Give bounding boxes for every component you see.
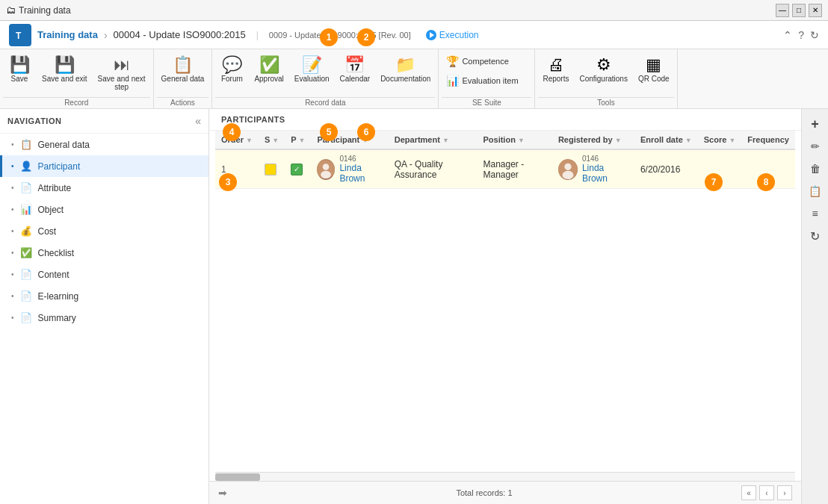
help-icon[interactable]: ? [798, 29, 804, 41]
documentation-button[interactable]: 📁 Documentation [376, 52, 435, 86]
minimize-button[interactable]: — [776, 4, 789, 17]
participant-item-label: Participant [38, 161, 81, 172]
pagination-controls: « ‹ › [741, 485, 792, 500]
footer-arrow-icon[interactable]: ➡ [218, 487, 227, 499]
calendar-label: Calendar [340, 75, 371, 83]
sort-icon: ▼ [615, 137, 622, 144]
col-registered-by[interactable]: Registered by ▼ [552, 131, 634, 149]
refresh-button[interactable]: ↻ [806, 227, 824, 245]
content-item-label: Content [38, 270, 69, 280]
save-next-button[interactable]: ⏭ Save and nextstep [93, 52, 150, 94]
sidebar-bullet: • [11, 249, 14, 257]
ribbon-group-record-data: 💬 Forum ✅ Approval 📝 Evaluation 📅 Calend… [212, 49, 439, 108]
execution-label: Execution [439, 30, 479, 40]
cell-p: ✓ [285, 149, 311, 189]
scrollbar-thumb[interactable] [215, 473, 260, 481]
ribbon: 💾 Save 💾 Save and exit ⏭ Save and nextst… [0, 49, 828, 109]
general-data-item-icon: 📋 [20, 139, 32, 150]
forum-button[interactable]: 💬 Forum [215, 52, 248, 86]
right-toolbar: + ✏ 🗑 📋 ≡ ↻ [801, 109, 828, 504]
registered-by-name: Linda Brown [582, 163, 628, 184]
competence-button[interactable]: 🏆 Competence [442, 52, 531, 70]
col-score[interactable]: Score ▼ [698, 131, 742, 149]
breadcrumb-main[interactable]: Training data [37, 29, 98, 40]
reports-button[interactable]: 🖨 Reports [538, 52, 573, 86]
sidebar-item-e-learning[interactable]: • 📄 E-learning [0, 285, 208, 307]
attribute-item-icon: 📄 [20, 182, 32, 193]
object-item-icon: 📊 [20, 204, 32, 215]
general-data-icon: 📋 [173, 55, 193, 75]
save-button[interactable]: 💾 Save [3, 52, 36, 86]
copy-button[interactable]: 📋 [806, 182, 824, 200]
list-button[interactable]: ≡ [806, 205, 824, 223]
calendar-icon: 📅 [345, 55, 365, 75]
eval-item-button[interactable]: 📊 Evaluation item [442, 72, 531, 90]
svg-text:T: T [16, 31, 22, 41]
configurations-button[interactable]: ⚙ Configurations [575, 52, 631, 86]
sidebar-bullet: • [11, 184, 14, 192]
header-actions: ⌃ ? ↻ [783, 29, 819, 41]
maximize-button[interactable]: □ [792, 4, 806, 17]
title-bar: 🗂 Training data — □ ✕ [0, 0, 828, 21]
approval-label: Approval [254, 75, 283, 83]
main-layout: NAVIGATION « • 📋 General data • 👤 Partic… [0, 109, 828, 504]
qr-code-button[interactable]: ▦ QR Code [634, 52, 674, 86]
sidebar-bullet-active: • [11, 162, 14, 170]
close-button[interactable]: ✕ [809, 4, 822, 17]
prev-page-button[interactable]: ‹ [759, 485, 774, 500]
col-s[interactable]: S ▼ [259, 131, 285, 149]
step-indicator-6: 6 [357, 123, 375, 141]
general-data-item-label: General data [38, 140, 90, 150]
app-icon: 🗂 [6, 4, 16, 16]
refresh-icon[interactable]: ↻ [810, 29, 819, 41]
step-indicator-8: 8 [757, 173, 775, 191]
next-page-button[interactable]: › [777, 485, 792, 500]
add-button[interactable]: + [806, 115, 824, 133]
approval-icon: ✅ [259, 55, 279, 75]
forum-icon: 💬 [222, 55, 242, 75]
col-department[interactable]: Department ▼ [389, 131, 478, 149]
col-p[interactable]: P ▼ [285, 131, 311, 149]
sort-icon: ▼ [272, 137, 279, 144]
evaluation-button[interactable]: 📝 Evaluation [290, 52, 334, 86]
competence-label: Competence [462, 57, 508, 66]
sidebar-item-content[interactable]: • 📄 Content [0, 264, 208, 285]
col-frequency[interactable]: Frequency [741, 131, 795, 149]
cell-position: Manager - Manager [477, 149, 552, 189]
collapse-icon[interactable]: ⌃ [783, 29, 792, 41]
general-data-button[interactable]: 📋 General data [157, 52, 209, 86]
evaluation-label: Evaluation [294, 75, 330, 83]
approval-button[interactable]: ✅ Approval [250, 52, 288, 86]
sidebar-item-object[interactable]: • 📊 Object [0, 199, 208, 220]
sidebar-item-participant[interactable]: • 👤 Participant [0, 155, 208, 177]
sidebar-item-checklist[interactable]: • ✅ Checklist [0, 242, 208, 264]
registered-by-code: 0146 [582, 155, 628, 163]
checklist-item-label: Checklist [38, 248, 75, 258]
configurations-label: Configurations [579, 75, 627, 83]
sidebar-item-summary[interactable]: • 📄 Summary [0, 307, 208, 329]
sidebar-collapse-icon[interactable]: « [195, 115, 201, 127]
sidebar-header: NAVIGATION « [0, 109, 208, 134]
sidebar-item-cost[interactable]: • 💰 Cost [0, 220, 208, 242]
svg-point-3 [323, 164, 330, 170]
sidebar-item-general-data[interactable]: • 📋 General data [0, 134, 208, 155]
table-footer: ➡ Total records: 1 « ‹ › [209, 481, 801, 504]
sort-icon: ▼ [518, 137, 525, 144]
calendar-button[interactable]: 📅 Calendar [336, 52, 375, 86]
save-exit-icon: 💾 [55, 55, 75, 75]
window-controls: — □ ✕ [776, 4, 822, 17]
col-position[interactable]: Position ▼ [477, 131, 552, 149]
save-and-exit-button[interactable]: 💾 Save and exit [37, 52, 92, 86]
step-indicator-3: 3 [219, 173, 237, 191]
execution-dot [426, 30, 436, 40]
col-enroll-date[interactable]: Enroll date ▼ [634, 131, 698, 149]
horizontal-scrollbar[interactable] [215, 472, 795, 481]
delete-button[interactable]: 🗑 [806, 160, 824, 178]
sort-icon: ▼ [685, 137, 692, 144]
cell-enroll-date: 6/20/2016 [634, 149, 698, 189]
edit-button[interactable]: ✏ [806, 137, 824, 155]
first-page-button[interactable]: « [741, 485, 756, 500]
sidebar: NAVIGATION « • 📋 General data • 👤 Partic… [0, 109, 209, 504]
sidebar-item-attribute[interactable]: • 📄 Attribute [0, 177, 208, 199]
svg-point-4 [321, 170, 332, 178]
